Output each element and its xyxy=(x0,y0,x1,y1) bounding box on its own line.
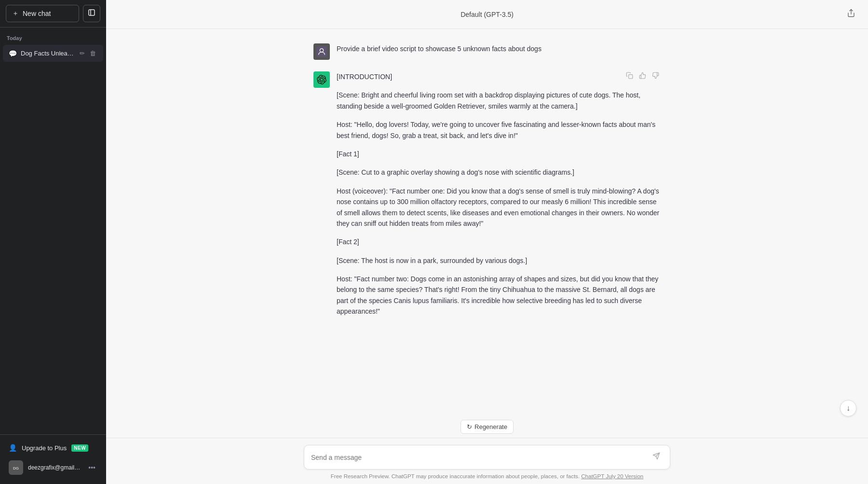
messages-container: Provide a brief video script to showcase… xyxy=(106,29,868,420)
new-chat-button[interactable]: ＋ New chat xyxy=(6,5,79,22)
upgrade-label: Upgrade to Plus xyxy=(22,444,67,452)
share-icon xyxy=(847,10,855,19)
plus-icon: ＋ xyxy=(12,9,19,18)
user-message: Provide a brief video script to showcase… xyxy=(304,43,670,60)
main-content: Default (GPT-3.5) xyxy=(106,0,868,484)
chat-item-label: Dog Facts Unleashed xyxy=(21,50,74,57)
user-email: deezgrafix@gmail.com xyxy=(28,464,81,471)
user-more-button[interactable]: ••• xyxy=(86,463,97,472)
trash-icon: 🗑 xyxy=(90,50,96,57)
new-chat-label: New chat xyxy=(23,10,51,17)
svg-rect-7 xyxy=(629,75,633,79)
send-button[interactable] xyxy=(650,450,663,464)
para-6: [Fact 2] xyxy=(337,236,661,247)
user-profile[interactable]: DG deezgrafix@gmail.com ••• xyxy=(4,456,102,479)
para-7: [Scene: The host is now in a park, surro… xyxy=(337,255,661,266)
assistant-message: [INTRODUCTION] [Scene: Bright and cheerf… xyxy=(304,71,670,317)
para-8: Host: "Fact number two: Dogs come in an … xyxy=(337,274,661,317)
para-5: Host (voiceover): "Fact number one: Did … xyxy=(337,186,661,229)
message-input[interactable] xyxy=(311,454,650,461)
more-icon: ••• xyxy=(88,464,95,471)
sidebar-footer: 👤 Upgrade to Plus NEW DG deezgrafix@gmai… xyxy=(0,434,106,484)
toggle-icon xyxy=(88,9,95,18)
regenerate-area: ↻ Regenerate xyxy=(451,420,523,434)
scroll-to-bottom-button[interactable]: ↓ xyxy=(840,400,856,416)
edit-icon: ✏ xyxy=(80,50,85,57)
chat-edit-button[interactable]: ✏ xyxy=(78,49,86,58)
sidebar-header: ＋ New chat xyxy=(0,0,106,28)
user-avatar-msg xyxy=(313,43,330,60)
input-wrapper xyxy=(304,445,670,470)
send-icon xyxy=(652,452,660,462)
regenerate-button[interactable]: ↻ Regenerate xyxy=(461,420,514,434)
message-actions xyxy=(624,70,661,82)
chat-item-actions: ✏ 🗑 xyxy=(78,49,97,58)
topbar: Default (GPT-3.5) xyxy=(106,0,868,29)
para-1: [Scene: Bright and cheerful living room … xyxy=(337,90,661,111)
assistant-message-content: [INTRODUCTION] [Scene: Bright and cheerf… xyxy=(337,71,661,317)
copy-button[interactable] xyxy=(624,70,635,82)
sidebar-toggle-button[interactable] xyxy=(83,5,100,22)
chevron-down-icon: ↓ xyxy=(846,404,850,413)
thumbs-down-button[interactable] xyxy=(651,70,661,82)
new-badge: NEW xyxy=(71,444,88,452)
footer-disclaimer: Free Research Preview. ChatGPT may produ… xyxy=(304,473,670,479)
para-2: Host: "Hello, dog lovers! Today, we're g… xyxy=(337,119,661,141)
topbar-title: Default (GPT-3.5) xyxy=(461,11,514,18)
chat-icon: 💬 xyxy=(9,50,17,57)
assistant-message-text: [INTRODUCTION] [Scene: Bright and cheerf… xyxy=(337,71,661,317)
regenerate-icon: ↻ xyxy=(467,423,472,430)
chat-item-dog-facts[interactable]: 💬 Dog Facts Unleashed ✏ 🗑 xyxy=(3,45,103,62)
input-area: Free Research Preview. ChatGPT may produ… xyxy=(106,438,868,484)
user-message-text: Provide a brief video script to showcase… xyxy=(337,43,661,54)
para-4: [Scene: Cut to a graphic overlay showing… xyxy=(337,167,661,178)
regenerate-label: Regenerate xyxy=(475,423,507,430)
thumbs-up-button[interactable] xyxy=(637,70,648,82)
para-0: [INTRODUCTION] xyxy=(337,71,661,82)
footer-link[interactable]: ChatGPT July 20 Version xyxy=(581,473,643,479)
para-3: [Fact 1] xyxy=(337,149,661,159)
user-message-content: Provide a brief video script to showcase… xyxy=(337,43,661,54)
chat-delete-button[interactable]: 🗑 xyxy=(88,49,97,58)
person-icon: 👤 xyxy=(9,444,17,452)
upgrade-to-plus-button[interactable]: 👤 Upgrade to Plus NEW xyxy=(4,440,102,456)
section-today-label: Today xyxy=(0,28,106,44)
sidebar: ＋ New chat Today 💬 Dog Facts Unleashed ✏… xyxy=(0,0,106,484)
svg-text:DG: DG xyxy=(13,466,19,470)
svg-rect-0 xyxy=(89,10,95,15)
svg-rect-5 xyxy=(316,46,327,57)
user-avatar: DG xyxy=(9,460,23,475)
gpt-avatar xyxy=(313,71,330,88)
share-button[interactable] xyxy=(844,7,858,22)
